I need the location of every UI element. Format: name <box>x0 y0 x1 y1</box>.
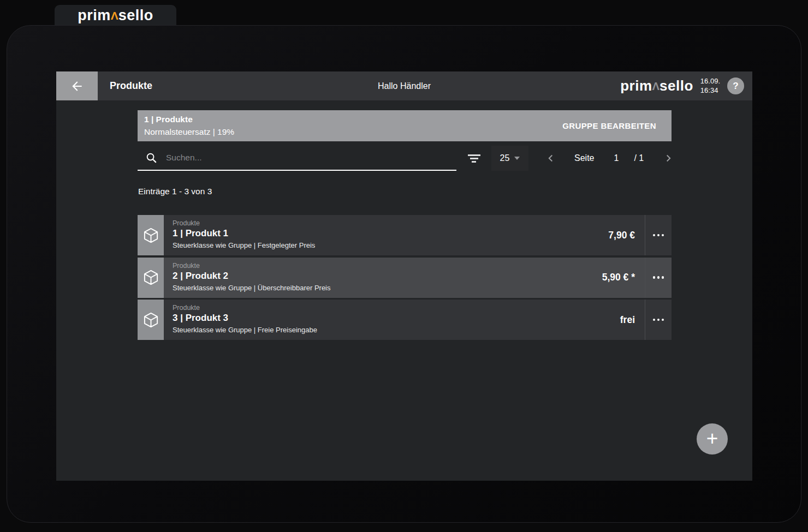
pagination: Seite 1 / 1 <box>539 146 674 171</box>
chevron-left-icon <box>545 152 557 164</box>
brand-caret-icon: Λ <box>111 9 118 22</box>
row-menu-button[interactable] <box>645 215 672 255</box>
add-product-button[interactable]: + <box>697 423 728 455</box>
search-input[interactable] <box>166 153 417 163</box>
search-box <box>138 146 456 171</box>
product-category: Produkte <box>173 262 602 270</box>
datetime: 16.09. 16:34 <box>700 77 720 95</box>
product-cube-icon <box>142 269 159 286</box>
filter-button[interactable] <box>463 153 485 165</box>
product-category: Produkte <box>173 304 620 312</box>
page-total: / 1 <box>634 153 644 163</box>
time-label: 16:34 <box>700 86 720 95</box>
overflow-menu-icon <box>653 319 656 321</box>
page-word: Seite <box>574 153 594 163</box>
product-icon-cell <box>138 215 164 255</box>
prev-page-button[interactable] <box>545 152 557 164</box>
group-info: 1 | Produkte Normalsteuersatz | 19% <box>144 113 234 138</box>
product-icon-cell <box>138 258 164 298</box>
brand-logo: primΛsello <box>78 7 153 24</box>
header-logo-suffix: sello <box>660 77 693 94</box>
chevron-down-icon <box>514 157 520 160</box>
page-current: 1 <box>614 153 619 163</box>
row-menu-button[interactable] <box>645 300 672 340</box>
product-price: 5,90 € * <box>602 258 645 298</box>
search-icon <box>146 152 157 164</box>
header-logo-prefix: prim <box>620 77 652 94</box>
date-label: 16.09. <box>700 77 720 86</box>
filter-icon <box>468 154 480 156</box>
entries-summary: Einträge 1 - 3 von 3 <box>138 187 212 196</box>
product-subtitle: Steuerklasse wie Gruppe | Freie Preisein… <box>173 326 620 334</box>
header-caret-icon: Λ <box>652 80 660 93</box>
product-row[interactable]: Produkte 1 | Produkt 1 Steuerklasse wie … <box>138 215 672 255</box>
page-size-value: 25 <box>500 153 510 163</box>
browser-tab: primΛsello <box>55 5 176 26</box>
overflow-menu-icon <box>653 276 656 279</box>
product-title: 2 | Produkt 2 <box>173 271 602 282</box>
product-subtitle: Steuerklasse wie Gruppe | Festgelegter P… <box>173 241 608 249</box>
help-icon: ? <box>733 81 738 92</box>
product-category: Produkte <box>173 219 608 227</box>
app-header: Produkte Hallo Händler primΛsello 16.09.… <box>56 71 752 100</box>
product-row[interactable]: Produkte 3 | Produkt 3 Steuerklasse wie … <box>138 300 672 340</box>
product-price: 7,90 € <box>608 215 645 255</box>
app-window: Produkte Hallo Händler primΛsello 16.09.… <box>56 71 752 481</box>
product-subtitle: Steuerklasse wie Gruppe | Überschreibbar… <box>173 284 602 292</box>
page-title: Produkte <box>110 80 152 92</box>
product-row[interactable]: Produkte 2 | Produkt 2 Steuerklasse wie … <box>138 258 672 298</box>
group-name: 1 | Produkte <box>144 113 234 125</box>
header-logo: primΛsello <box>620 77 693 94</box>
product-price: frei <box>620 300 645 340</box>
brand-logo-suffix: sello <box>118 7 153 23</box>
group-tax-info: Normalsteuersatz | 19% <box>144 126 234 138</box>
chevron-right-icon <box>662 152 674 164</box>
help-button[interactable]: ? <box>727 77 744 94</box>
row-menu-button[interactable] <box>645 258 672 298</box>
header-right: primΛsello 16.09. 16:34 ? <box>620 77 752 95</box>
back-button[interactable] <box>56 71 98 100</box>
brand-logo-prefix: prim <box>78 7 111 23</box>
product-title: 3 | Produkt 3 <box>173 313 620 324</box>
product-title: 1 | Produkt 1 <box>173 228 608 239</box>
product-icon-cell <box>138 300 164 340</box>
arrow-left-icon <box>70 79 84 93</box>
group-bar[interactable]: 1 | Produkte Normalsteuersatz | 19% GRUP… <box>138 110 672 141</box>
product-cube-icon <box>142 227 159 244</box>
product-cube-icon <box>142 312 159 328</box>
next-page-button[interactable] <box>662 152 674 164</box>
edit-group-button[interactable]: GRUPPE BEARBEITEN <box>562 121 656 130</box>
overflow-menu-icon <box>653 234 656 237</box>
product-list: Produkte 1 | Produkt 1 Steuerklasse wie … <box>138 215 672 342</box>
page-size-dropdown[interactable]: 25 <box>491 146 528 171</box>
